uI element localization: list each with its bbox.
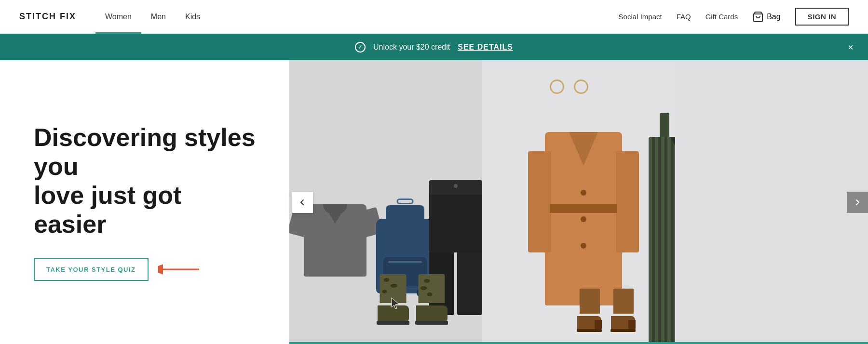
nav-item-kids[interactable]: Kids [176,0,210,34]
hero-panels [289,60,868,344]
hero-headline: Discovering styles you love just got eas… [34,123,260,238]
camo-spot [382,290,387,293]
camo-spot [427,292,433,296]
boot-right [415,274,448,322]
site-logo[interactable]: STITCH FIX [19,12,76,22]
promo-banner: ✓ Unlock your $20 credit SEE DETAILS × [0,34,868,60]
navbar: STITCH FIX Women Men Kids Social Impact … [0,0,868,34]
hero-left: Discovering styles you love just got eas… [0,60,289,344]
brown-boot-sole-right [610,329,636,332]
product-earrings [550,79,588,94]
panel-2-content [482,60,675,344]
product-camo-boots [376,274,453,332]
check-icon: ✓ [355,42,366,53]
panel-2 [482,60,675,344]
brown-boot-left [576,289,603,332]
navbar-right: Social Impact FAQ Gift Cards Bag SIGN IN [619,8,849,26]
quiz-btn-wrapper: TAKE YOUR STYLE QUIZ [34,258,260,281]
jumpsuit-vneck [670,137,675,154]
brown-boot-heel-left [595,320,602,330]
coat-sleeve-left [528,151,551,252]
next-arrow-icon [854,198,861,206]
panel-3 [675,60,868,344]
bag-button[interactable]: Bag [752,11,780,23]
bag-label: Bag [767,13,780,21]
cursor [391,297,400,310]
headline-line-3: love just got easier [34,181,181,238]
boot-shaft-right [419,274,445,303]
style-quiz-button[interactable]: TAKE YOUR STYLE QUIZ [34,258,149,281]
product-jumpsuit [641,113,675,334]
product-tshirt [304,204,366,291]
brown-boot-sole-left [577,329,602,332]
banner-cta[interactable]: SEE DETAILS [458,43,513,52]
social-impact-link[interactable]: Social Impact [619,13,662,21]
tshirt-body [304,204,366,277]
tshirt-vneck [328,212,342,224]
nav-item-women[interactable]: Women [95,0,141,34]
backpack-top [386,205,424,220]
jeans-leg-right [457,252,482,315]
arrow-indicator [158,262,202,277]
camo-spot [420,286,427,290]
camo-spot [424,279,430,283]
banner-text: Unlock your $20 credit [373,43,450,52]
headline-line-1: Discovering styles [34,123,256,151]
boot-sole-left [377,321,409,325]
earring-left [550,79,564,94]
coat-button-2 [581,216,586,222]
headline-line-2: you [34,152,78,180]
bag-icon [752,11,764,23]
coat-sleeve-right [616,151,639,252]
backpack-zipper [388,261,422,263]
gift-cards-link[interactable]: Gift Cards [705,13,738,21]
brown-boot-right [610,289,637,332]
sign-in-button[interactable]: SIGN IN [795,8,849,26]
jeans-button [454,184,458,188]
nav-links: Women Men Kids [95,0,619,34]
banner-close-button[interactable]: × [848,41,854,53]
jeans-body [429,195,482,252]
camo-spot [384,278,390,282]
hero-section: Discovering styles you love just got eas… [0,60,868,344]
coat-body [545,132,622,305]
coat-button-1 [581,190,586,196]
coat-belt [550,204,617,213]
carousel-prev-button[interactable] [292,192,313,213]
panel-1-items [289,60,482,344]
nav-item-men[interactable]: Men [141,0,176,34]
carousel-next-button[interactable] [847,192,868,213]
faq-link[interactable]: FAQ [677,13,691,21]
earring-right [574,79,588,94]
boot-foot-right [416,305,448,322]
backpack-handle [397,198,414,204]
camo-spot [391,284,398,288]
prev-arrow-icon [298,198,306,206]
brown-boot-shaft-right [613,289,634,314]
arrow-red-icon [158,262,202,277]
boot-sole-right [415,321,448,325]
coat-button-3 [581,243,586,249]
panel-1 [289,60,482,344]
product-brown-boots [576,289,637,332]
banner-content: ✓ Unlock your $20 credit SEE DETAILS [355,42,513,53]
brown-boot-shaft-left [580,289,600,314]
coat-collar [569,132,598,166]
brown-boot-heel-right [628,320,636,330]
jumpsuit-body [649,137,675,344]
